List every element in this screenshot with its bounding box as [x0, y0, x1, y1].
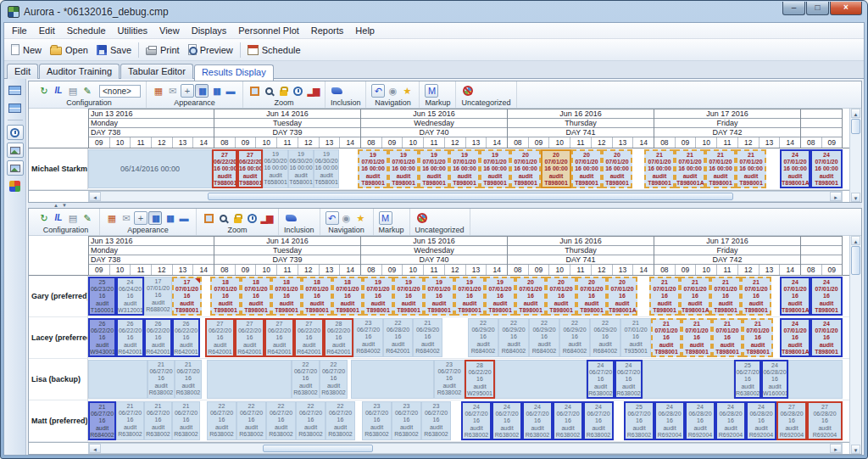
bars-icon[interactable]: ▮▮: [163, 211, 176, 225]
schedule-cell[interactable]: 2206/28/2016auditR642001: [383, 318, 413, 357]
vertical-scrollbar[interactable]: ▴▾: [849, 109, 861, 202]
schedule-cell[interactable]: 2007/01/2016 00:00auditT898001: [571, 149, 602, 188]
schedule-cell[interactable]: 2606/22/2016auditR642001: [144, 318, 172, 357]
toolbar-button-preview[interactable]: Preview: [184, 42, 237, 57]
lock-icon[interactable]: [231, 211, 244, 225]
toolbar-button-schedule[interactable]: Schedule: [243, 43, 305, 57]
dual-bars-icon[interactable]: ▮▮: [195, 84, 209, 98]
schedule-cell[interactable]: 2706/22/2016auditR642001: [205, 318, 235, 357]
clock-view-icon[interactable]: [7, 125, 24, 140]
layout-icon[interactable]: IL: [52, 211, 65, 225]
mail-icon[interactable]: ✉: [120, 211, 133, 225]
zoom-box-icon[interactable]: [248, 84, 262, 98]
schedule-cell[interactable]: 2206/27/2016auditR638002: [320, 360, 348, 399]
tab-edit[interactable]: Edit: [7, 64, 38, 79]
schedule-cell[interactable]: 2407/01/2016 00:00auditT898001A: [780, 149, 810, 188]
vertical-scrollbar[interactable]: ▴▾: [849, 236, 861, 454]
schedule-cell[interactable]: 2407/01/2016 00:00auditT898001: [810, 149, 843, 188]
schedule-cell[interactable]: 1907/01/2016auditT898001: [393, 277, 424, 316]
schedule-cell[interactable]: 2406/27/2016auditR638002: [615, 360, 643, 399]
markup-icon[interactable]: M: [379, 211, 392, 225]
schedule-cell[interactable]: 2406/24/2016auditW312001: [116, 277, 144, 316]
grid-icon[interactable]: ▦: [105, 211, 119, 225]
dual-bars-icon[interactable]: ▮▮: [148, 211, 162, 225]
schedule-cell[interactable]: 2107/01/2016auditT898001: [649, 277, 680, 316]
schedule-cell[interactable]: 2606/22/2016auditR642001: [172, 318, 200, 357]
chart-icon[interactable]: ▂▆: [306, 84, 320, 98]
schedule-cell[interactable]: 2206/29/2016auditR684002: [498, 318, 529, 357]
single-bar-icon[interactable]: ▬: [177, 211, 191, 225]
schedule-cell[interactable]: 1707/01/2016auditR688002: [144, 277, 172, 316]
scroll-down-icon[interactable]: ▾: [851, 445, 860, 454]
image-view-icon-2[interactable]: [7, 160, 24, 176]
tab-results-display[interactable]: Results Display: [194, 64, 274, 81]
image-view-icon[interactable]: [7, 143, 24, 158]
schedule-block[interactable]: 06/14/2016 00:00: [88, 149, 212, 188]
schedule-cell[interactable]: 2406/27/2016auditR638002: [522, 401, 553, 440]
schedule-cell[interactable]: 2007/01/2016 00:00auditT898001: [602, 149, 632, 188]
schedule-cell[interactable]: 2106/27/2016auditR684002: [88, 401, 116, 440]
refresh-icon[interactable]: ↻: [37, 84, 51, 98]
nav-back-icon[interactable]: ↶: [326, 211, 339, 225]
schedule-cell[interactable]: 2406/27/2016auditR638002: [587, 360, 615, 399]
menu-file[interactable]: File: [6, 25, 33, 36]
schedule-cell[interactable]: 2106/27/2016auditR638002: [144, 401, 172, 440]
schedule-cell[interactable]: 1907/01/2016 00:00auditT898001: [449, 149, 480, 188]
schedule-cell[interactable]: 2806/22/2016auditW295001: [465, 360, 495, 399]
schedule-cell[interactable]: 2206/27/2016auditR638002: [326, 401, 355, 440]
hscroll-thumb[interactable]: [208, 193, 733, 200]
schedule-cell[interactable]: 2206/27/2016auditR638002: [266, 401, 296, 440]
uncategorized-icon[interactable]: [415, 211, 429, 225]
report-icon[interactable]: ▤: [66, 211, 80, 225]
single-bar-icon[interactable]: ▬: [224, 84, 237, 98]
schedule-cell[interactable]: 2206/27/2016auditR638002: [292, 360, 320, 399]
clock-icon[interactable]: [245, 211, 259, 225]
schedule-cell[interactable]: 2206/29/2016auditR684002: [468, 318, 498, 357]
nav-back-icon[interactable]: ↶: [371, 84, 385, 98]
schedule-cell[interactable]: 2206/27/2016auditR638002: [296, 401, 326, 440]
schedule-cell[interactable]: 2406/27/2016auditR638002: [492, 401, 522, 440]
scroll-left-icon[interactable]: ◂: [89, 192, 101, 201]
scroll-right-icon[interactable]: ▸: [830, 444, 842, 453]
schedule-cell[interactable]: 2406/27/2016auditR638002: [461, 401, 492, 440]
schedule-cell[interactable]: 2606/22/2016auditW943001: [88, 318, 116, 357]
schedule-cell[interactable]: 2406/28/2016auditR692004: [715, 401, 746, 440]
schedule-cell[interactable]: 1807/01/2016auditT898001: [241, 277, 271, 316]
schedule-cell[interactable]: 2107/01/2016auditT935001: [620, 318, 651, 357]
schedule-cell[interactable]: 2506/27/2016auditR638002: [734, 360, 761, 399]
magnifier-icon[interactable]: [263, 84, 276, 98]
split-toggle-icon[interactable]: +: [181, 84, 194, 98]
toolbar-button-save[interactable]: Save: [92, 43, 136, 57]
schedule-block[interactable]: [788, 360, 843, 399]
lock-icon[interactable]: [277, 84, 291, 98]
schedule-cell[interactable]: 2107/01/2016 00:00auditT898001: [705, 149, 736, 188]
schedule-cell[interactable]: 2407/01/2016auditT898001A: [780, 277, 810, 316]
schedule-cell[interactable]: 2107/01/2016auditT898001: [712, 318, 743, 357]
schedule-cell[interactable]: 2706/22/2016 00:00auditT988001: [237, 149, 263, 188]
schedule-cell[interactable]: 1907/01/2016auditT898001: [485, 277, 515, 316]
schedule-cell[interactable]: 1907/01/2016auditT898001: [454, 277, 485, 316]
toolbar-button-open[interactable]: Open: [46, 43, 92, 57]
minimize-button[interactable]: –: [782, 2, 805, 15]
tab-tabular-editor[interactable]: Tabular Editor: [120, 64, 193, 79]
horizontal-scrollbar[interactable]: ◂▸: [88, 191, 843, 202]
grid-icon[interactable]: ▦: [152, 84, 165, 98]
edit-pencil-icon[interactable]: ✎: [81, 84, 94, 98]
schedule-cell[interactable]: 2106/29/2016auditR684002: [413, 318, 442, 357]
schedule-cell[interactable]: 2706/22/2016auditR642001: [294, 318, 324, 357]
configuration-dropdown[interactable]: <none>: [99, 85, 141, 98]
menu-displays[interactable]: Displays: [186, 25, 233, 36]
schedule-cell[interactable]: 1906/30/2016 00:00auditT658001: [314, 149, 339, 188]
schedule-cell[interactable]: 2406/28/2016auditW160001: [761, 360, 788, 399]
schedule-cell[interactable]: 2206/27/2016auditR638002: [236, 401, 266, 440]
schedule-cell[interactable]: 2106/27/2016auditR638002: [147, 360, 175, 399]
schedule-cell[interactable]: 2406/27/2016auditR638002: [553, 401, 583, 440]
schedule-cell[interactable]: 2107/01/2016 00:00auditT898001: [644, 149, 675, 188]
split-view-icon-2[interactable]: [7, 100, 24, 115]
schedule-cell[interactable]: 2107/01/2016auditT898001: [682, 318, 712, 357]
split-toggle-icon[interactable]: +: [134, 211, 147, 225]
star-icon[interactable]: ★: [354, 211, 368, 225]
magnifier-icon[interactable]: [216, 211, 230, 225]
markup-icon[interactable]: M: [425, 84, 438, 98]
schedule-cell[interactable]: 2107/01/2016auditT898001: [741, 277, 771, 316]
